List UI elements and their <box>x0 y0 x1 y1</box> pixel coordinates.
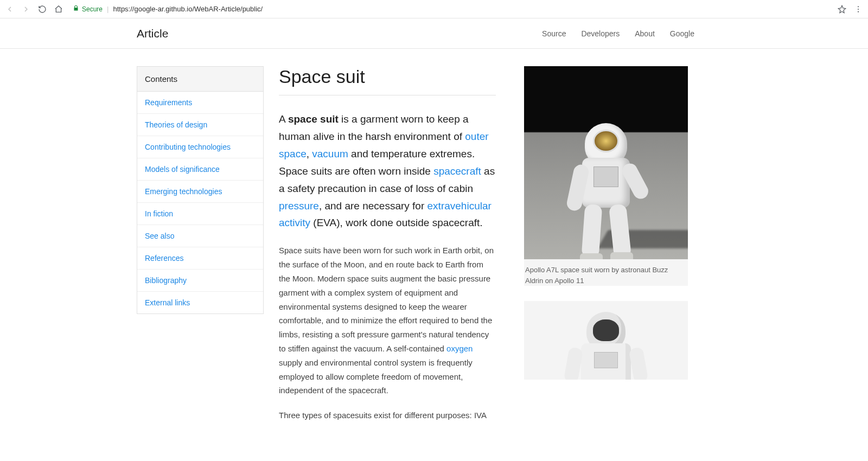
browser-right-controls <box>838 5 863 14</box>
nav-source[interactable]: Source <box>542 29 566 38</box>
forward-icon[interactable] <box>22 5 30 14</box>
url-text: https://google-ar.github.io/WebAR-Articl… <box>113 5 263 13</box>
lead-text: (EVA), work done outside spacecraft. <box>310 217 483 228</box>
page-title: Space suit <box>279 66 496 95</box>
browser-nav-buttons <box>5 5 63 14</box>
home-icon[interactable] <box>54 5 63 14</box>
figure-column: Apollo A7L space suit worn by astronaut … <box>524 66 688 395</box>
svg-point-1 <box>858 8 859 9</box>
sidebar-item-fiction[interactable]: In fiction <box>137 203 263 225</box>
star-icon[interactable] <box>838 5 846 14</box>
body-text: Space suits have been worn for such work… <box>279 246 494 353</box>
sidebar-item-references[interactable]: References <box>137 247 263 270</box>
body-paragraph-3: Three types of spacesuits exist for diff… <box>279 408 496 422</box>
sidebar-item-bibliography[interactable]: Bibliography <box>137 270 263 292</box>
lead-text: , and are necessary for <box>319 200 427 212</box>
back-icon[interactable] <box>5 5 14 14</box>
svg-point-0 <box>858 6 859 7</box>
link-spacecraft[interactable]: spacecraft <box>433 165 481 177</box>
reload-icon[interactable] <box>38 5 47 14</box>
body-text: supply and environmental control system … <box>279 358 473 395</box>
sidebar-item-theories[interactable]: Theories of design <box>137 114 263 136</box>
lead-paragraph: A space suit is a garment worn to keep a… <box>279 111 496 232</box>
astronaut-moon-image <box>524 66 688 259</box>
figure-caption: Apollo A7L space suit worn by astronaut … <box>524 259 688 286</box>
figure-astronaut-photo: Apollo A7L space suit worn by astronaut … <box>524 66 688 286</box>
sidebar-item-external[interactable]: External links <box>137 292 263 313</box>
secure-label: Secure <box>82 5 103 13</box>
brand-title[interactable]: Article <box>137 27 168 40</box>
nav-google[interactable]: Google <box>670 29 694 38</box>
link-vacuum[interactable]: vacuum <box>312 148 348 159</box>
figure-3d-model <box>524 301 688 380</box>
secure-badge: Secure <box>73 5 103 13</box>
url-separator: | <box>107 5 108 13</box>
sidebar-item-seealso[interactable]: See also <box>137 225 263 247</box>
lock-icon <box>73 5 79 13</box>
contents-heading: Contents <box>137 67 263 92</box>
browser-toolbar: Secure | https://google-ar.github.io/Web… <box>0 0 868 18</box>
contents-sidebar: Contents Requirements Theories of design… <box>137 66 264 314</box>
address-bar[interactable]: Secure | https://google-ar.github.io/Web… <box>69 5 831 13</box>
body-paragraph-2: Space suits have been worn for such work… <box>279 244 496 398</box>
top-nav: Source Developers About Google <box>542 29 846 38</box>
sidebar-item-models[interactable]: Models of significance <box>137 158 263 181</box>
page-body: Contents Requirements Theories of design… <box>0 49 868 433</box>
link-oxygen[interactable]: oxygen <box>446 344 473 353</box>
site-header: Article Source Developers About Google <box>0 18 868 49</box>
lead-text: , <box>307 148 312 159</box>
svg-point-2 <box>858 11 859 12</box>
nav-about[interactable]: About <box>635 29 655 38</box>
link-pressure[interactable]: pressure <box>279 200 319 212</box>
lead-bold: space suit <box>288 113 339 125</box>
nav-developers[interactable]: Developers <box>581 29 620 38</box>
article-content: Space suit A space suit is a garment wor… <box>279 66 496 433</box>
astronaut-3d-image[interactable] <box>524 301 688 380</box>
sidebar-item-emerging[interactable]: Emerging technologies <box>137 181 263 203</box>
sidebar-item-requirements[interactable]: Requirements <box>137 92 263 114</box>
sidebar-item-contributing[interactable]: Contributing technologies <box>137 136 263 158</box>
menu-icon[interactable] <box>854 5 863 14</box>
lead-text: A <box>279 113 288 125</box>
